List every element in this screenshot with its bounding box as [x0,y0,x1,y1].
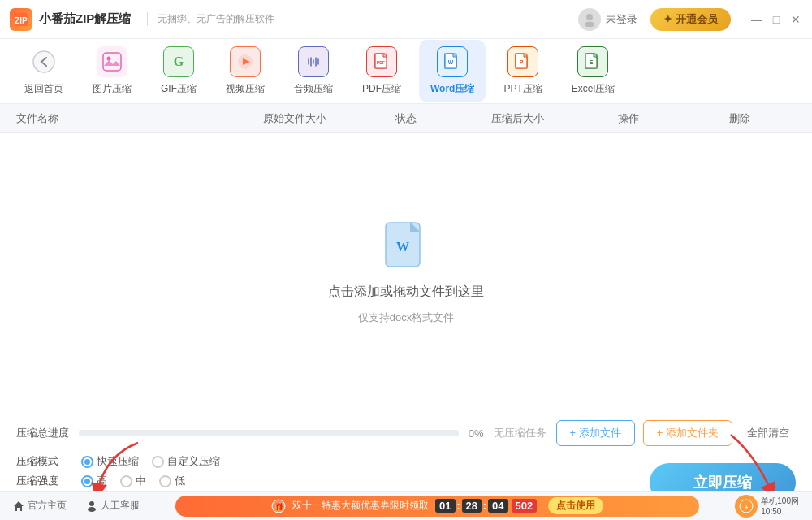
strength-medium[interactable]: 中 [120,474,146,488]
user-area[interactable]: 未登录 [578,8,637,31]
restore-button[interactable]: □ [770,13,783,26]
countdown-ms: 502 [512,499,538,513]
excel-icon: E [577,46,608,77]
strength-low-radio[interactable] [159,475,171,488]
app-title: 小番茄ZIP解压缩 [39,11,131,27]
th-status: 状态 [350,111,461,126]
toolbar-item-audio[interactable]: 音频压缩 [283,40,344,102]
progress-status: 无压缩任务 [494,426,546,440]
strength-high-label: 高 [97,474,107,488]
titlebar-right: 未登录 ✦ 开通会员 — □ ✕ [578,8,802,31]
add-file-button[interactable]: + 添加文件 [556,420,635,446]
strength-high[interactable]: 高 [81,474,107,488]
dropzone[interactable]: W 点击添加或拖动文件到这里 仅支持docx格式文件 [0,133,812,410]
svg-point-4 [33,51,54,72]
widget-info: 单机100网 10:50 [761,496,799,516]
app-subtitle: 无捆绑、无广告的解压软件 [147,12,274,26]
mode-custom[interactable]: 自定义压缩 [152,454,220,469]
toolbar-item-pdf[interactable]: PDF PDF压缩 [351,40,412,102]
mode-label: 压缩模式 [16,454,71,469]
dropzone-main-text: 点击添加或拖动文件到这里 [328,284,484,301]
countdown-hours: 01 [435,499,455,513]
countdown-seconds: 04 [488,499,508,513]
svg-point-2 [586,14,593,20]
progress-label: 压缩总进度 [16,426,69,440]
dropzone-sub-text: 仅支持docx格式文件 [358,310,454,325]
clear-all-button[interactable]: 全部清空 [741,421,796,445]
countdown-minutes: 28 [462,499,482,513]
vip-icon: ✦ [663,13,672,25]
svg-text:+: + [745,504,749,511]
promo-bar[interactable]: 🎁 双十一特惠大额优惠券限时领取 01 : 28 : 04 502 点击使用 [175,496,699,517]
action-buttons: + 添加文件 + 添加文件夹 全部清空 [556,420,796,446]
pdf-icon: PDF [366,46,397,77]
toolbar-item-gif[interactable]: G GIF压缩 [149,40,208,102]
promo-cta-button[interactable]: 点击使用 [548,497,603,514]
video-icon [230,46,261,77]
gif-label: GIF压缩 [161,82,197,96]
image-label: 图片压缩 [93,82,132,96]
official-site-label: 官方主页 [28,499,67,513]
vip-button[interactable]: ✦ 开通会员 [650,8,731,31]
strength-high-radio[interactable] [81,475,93,488]
toolbar-item-image[interactable]: 图片压缩 [81,40,143,102]
ppt-label: PPT压缩 [503,82,542,96]
close-button[interactable]: ✕ [789,13,802,26]
word-label: Word压缩 [430,82,474,96]
word-icon: W [437,46,468,77]
user-avatar [578,8,601,31]
window-controls: — □ ✕ [750,13,802,26]
widget-circle-icon: + [735,495,758,518]
audio-label: 音频压缩 [294,82,333,96]
audio-icon [298,46,329,77]
widget-site-label: 单机100网 [761,496,799,507]
svg-text:W: W [448,59,454,65]
strength-option-line: 压缩强度 高 中 低 [16,474,650,488]
svg-rect-5 [103,53,121,71]
titlebar: ZIP 小番茄ZIP解压缩 无捆绑、无广告的解压软件 未登录 ✦ 开通会员 — … [0,0,812,39]
th-action: 操作 [573,111,685,126]
customer-service-link[interactable]: 人工客服 [86,499,140,513]
svg-point-3 [585,21,594,27]
excel-label: Excel压缩 [572,82,615,96]
mode-radio-group: 快速压缩 自定义压缩 [81,454,220,469]
toolbar-item-excel[interactable]: E Excel压缩 [560,40,626,102]
strength-radio-group: 高 中 低 [81,474,185,488]
minimize-button[interactable]: — [750,13,763,26]
svg-point-23 [88,507,96,512]
home-icon [13,500,24,512]
word-file-icon: W [382,219,430,274]
customer-service-label: 人工客服 [101,499,140,513]
toolbar-item-video[interactable]: 视频压缩 [214,40,276,102]
official-site-link[interactable]: 官方主页 [13,499,67,513]
pdf-label: PDF压缩 [362,82,401,96]
strength-low-label: 低 [175,474,185,488]
strength-medium-label: 中 [136,474,146,488]
strength-low[interactable]: 低 [159,474,185,488]
mode-fast[interactable]: 快速压缩 [81,454,139,469]
mode-custom-radio[interactable] [152,456,164,468]
toolbar-item-word[interactable]: W Word压缩 [419,40,486,102]
toolbar: 返回首页 图片压缩 G GIF压缩 视频压缩 [0,39,812,104]
back-button[interactable]: 返回首页 [13,40,75,102]
th-filename: 文件名称 [16,111,239,126]
svg-text:PDF: PDF [377,60,385,65]
countdown: 01 : 28 : 04 502 [435,499,537,513]
toolbar-item-ppt[interactable]: P PPT压缩 [492,40,553,102]
th-original-size: 原始文件大小 [239,111,350,126]
bottom-bar: 官方主页 人工客服 🎁 双十一特惠大额优惠券限时领取 01 : 28 : 04 … [0,491,812,520]
progress-percent: 0% [469,427,484,440]
mode-fast-radio[interactable] [81,456,93,468]
person-icon [86,500,97,512]
back-label: 返回首页 [24,82,63,96]
svg-text:W: W [396,240,409,254]
th-compressed-size: 压缩后大小 [462,111,573,126]
svg-text:🎁: 🎁 [274,502,284,512]
promo-icon: 🎁 [271,499,286,514]
svg-point-22 [89,501,94,506]
bottom-widget: + 单机100网 10:50 [735,495,799,518]
add-folder-button[interactable]: + 添加文件夹 [643,420,732,446]
widget-time: 10:50 [761,507,799,516]
strength-medium-radio[interactable] [120,475,132,488]
vip-label: 开通会员 [676,12,718,27]
